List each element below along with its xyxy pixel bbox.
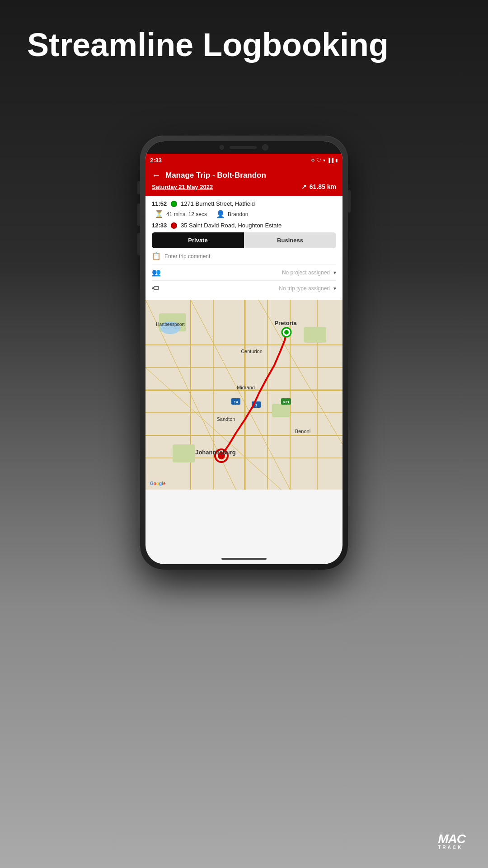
person-icon: 👤	[216, 210, 225, 218]
front-camera	[220, 145, 224, 150]
brand-mac: MAC	[438, 833, 465, 845]
google-logo: Google	[150, 481, 165, 486]
project-icon: 👥	[152, 268, 161, 277]
map-svg: 14 1 R21	[145, 300, 343, 490]
trip-type-toggle: Private Business	[152, 232, 336, 248]
home-indicator	[221, 558, 267, 560]
svg-text:Centurion: Centurion	[241, 349, 263, 354]
power-button	[348, 190, 351, 212]
svg-rect-18	[304, 327, 326, 343]
triptype-dropdown-icon: ▾	[333, 285, 336, 292]
phone-screen: 2:33 ⚙ 🛡 ▾ ▐▐ ▮ ← Manage Trip - Bolt-Bra…	[145, 154, 343, 564]
hourglass-icon: ⏳	[155, 210, 164, 218]
driver-name: Brandon	[228, 211, 248, 217]
signal-icon: ▐▐	[327, 158, 333, 163]
camera-sensor	[262, 144, 268, 151]
comment-icon: 📋	[152, 252, 161, 260]
svg-rect-19	[272, 404, 290, 417]
shield-status-icon: 🛡	[317, 158, 321, 163]
svg-text:R21: R21	[283, 400, 290, 404]
project-label: No project assigned	[164, 269, 330, 276]
trip-distance: ↗ 61.85 km	[301, 183, 336, 190]
start-location-text: 1271 Burnett Street, Hatfield	[181, 200, 255, 207]
svg-text:14: 14	[234, 400, 238, 404]
end-location-dot	[171, 222, 177, 229]
project-row[interactable]: 👥 No project assigned ▾	[152, 268, 336, 281]
earpiece	[230, 146, 257, 149]
volume-up-button	[137, 203, 140, 226]
phone-mockup: 2:33 ⚙ 🛡 ▾ ▐▐ ▮ ← Manage Trip - Bolt-Bra…	[140, 136, 348, 570]
svg-text:Johannesburg: Johannesburg	[195, 449, 236, 456]
end-location-text: 35 Saint David Road, Houghton Estate	[181, 222, 282, 229]
triptype-label: No trip type assigned	[163, 285, 330, 292]
comment-row: 📋	[152, 252, 336, 264]
end-location-row: 12:33 35 Saint David Road, Houghton Esta…	[152, 222, 336, 229]
svg-text:Benoni: Benoni	[295, 429, 310, 434]
end-time: 12:33	[152, 222, 167, 229]
volume-down-button	[137, 233, 140, 255]
wifi-icon: ▾	[323, 158, 325, 163]
brand-logo: MAC TRACK	[438, 833, 465, 850]
start-time: 11:52	[152, 200, 167, 207]
driver-item: 👤 Brandon	[216, 210, 248, 218]
trip-meta-row: ⏳ 41 mins, 12 secs 👤 Brandon	[152, 210, 336, 218]
phone-notch	[145, 141, 343, 154]
comment-input[interactable]	[164, 253, 336, 259]
battery-icon: ▮	[335, 158, 338, 163]
trend-icon: ↗	[301, 183, 307, 190]
mute-button	[137, 181, 140, 194]
page-headline: Streamline Logbooking	[0, 0, 488, 72]
triptype-icon: 🏷	[152, 284, 159, 292]
trip-details-section: 11:52 1271 Burnett Street, Hatfield ⏳ 41…	[145, 196, 343, 300]
back-button[interactable]: ←	[152, 170, 161, 180]
triptype-row[interactable]: 🏷 No trip type assigned ▾	[152, 284, 336, 292]
svg-text:Midrand: Midrand	[237, 385, 255, 390]
trip-date[interactable]: Saturday 21 May 2022	[152, 184, 213, 190]
duration-item: ⏳ 41 mins, 12 secs	[155, 210, 207, 218]
private-button[interactable]: Private	[152, 232, 244, 248]
svg-text:Pretoria: Pretoria	[274, 320, 297, 326]
business-button[interactable]: Business	[244, 232, 336, 248]
status-bar: 2:33 ⚙ 🛡 ▾ ▐▐ ▮	[145, 154, 343, 166]
svg-rect-20	[173, 444, 195, 462]
brand-track: TRACK	[438, 845, 465, 850]
svg-point-29	[284, 330, 289, 335]
svg-text:Sandton: Sandton	[217, 416, 235, 422]
start-location-row: 11:52 1271 Burnett Street, Hatfield	[152, 200, 336, 207]
status-time: 2:33	[150, 157, 162, 164]
settings-status-icon: ⚙	[311, 158, 315, 163]
svg-text:Hartbeespoort: Hartbeespoort	[156, 322, 185, 327]
project-dropdown-icon: ▾	[333, 269, 336, 276]
svg-text:1: 1	[255, 403, 258, 407]
duration-text: 41 mins, 12 secs	[166, 211, 207, 217]
map-section: 14 1 R21	[145, 300, 343, 490]
app-header: ← Manage Trip - Bolt-Brandon Saturday 21…	[145, 166, 343, 196]
map-background: 14 1 R21	[145, 300, 343, 490]
header-title: Manage Trip - Bolt-Brandon	[165, 171, 266, 180]
start-location-dot	[171, 201, 177, 207]
status-icons: ⚙ 🛡 ▾ ▐▐ ▮	[311, 158, 338, 163]
